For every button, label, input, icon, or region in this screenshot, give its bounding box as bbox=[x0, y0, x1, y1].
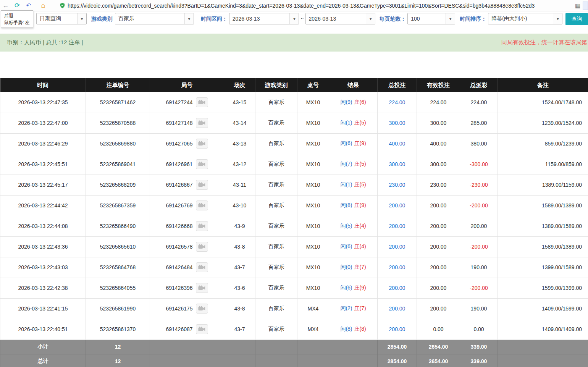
game-type-label: 游戏类别 bbox=[91, 13, 113, 24]
search-button[interactable]: 查询 bbox=[565, 13, 588, 25]
cell-total-bet[interactable]: 200.00 bbox=[378, 216, 417, 236]
table-row: 2026-03-13 22:42:38 523265864055 6914263… bbox=[0, 278, 588, 298]
url-text: https://videoie.com/game/betrecord_searc… bbox=[68, 3, 535, 9]
cell-bet-id: 523265864055 bbox=[86, 278, 150, 298]
table-row: 2026-03-13 22:44:42 523265867359 6914267… bbox=[0, 195, 588, 216]
cell-total-bet[interactable]: 200.00 bbox=[378, 195, 417, 216]
subtotal-payout: 339.00 bbox=[460, 340, 498, 354]
cell-result: 闲(0)庄(7) bbox=[329, 257, 378, 278]
video-replay-icon[interactable] bbox=[196, 304, 208, 314]
cell-round: 691426668 bbox=[150, 216, 224, 236]
cell-table-no: MX10 bbox=[297, 236, 329, 257]
cell-total-bet[interactable]: 200.00 bbox=[378, 236, 417, 257]
cell-total-bet[interactable]: 200.00 bbox=[378, 298, 417, 319]
video-replay-icon[interactable] bbox=[196, 159, 208, 169]
cell-result: 闲(1)庄(5) bbox=[329, 113, 378, 133]
video-replay-icon[interactable] bbox=[196, 139, 208, 149]
round-id-text: 691426668 bbox=[166, 223, 192, 229]
cell-round: 691426396 bbox=[150, 278, 224, 298]
cell-game-type: 百家乐 bbox=[255, 92, 297, 113]
sort-select[interactable]: 降幕(由大到小) ▼ bbox=[488, 13, 562, 24]
cell-total-bet[interactable]: 200.00 bbox=[378, 278, 417, 298]
cell-total-bet[interactable]: 300.00 bbox=[378, 154, 417, 175]
sort-label: 时间排序： bbox=[460, 13, 486, 24]
game-type-select[interactable]: 百家乐 ▼ bbox=[115, 13, 194, 24]
apps-grid-icon[interactable]: ▦ bbox=[573, 2, 583, 9]
date-query-select[interactable]: 日期查询 ▼ bbox=[36, 13, 87, 24]
video-replay-icon[interactable] bbox=[196, 324, 208, 334]
cell-game-type: 百家乐 bbox=[255, 257, 297, 278]
cell-time: 2026-03-13 22:41:15 bbox=[0, 298, 86, 319]
total-valid-bet: 2654.00 bbox=[417, 354, 460, 367]
cell-remark: 1524.00/1748.00 bbox=[498, 92, 588, 113]
video-replay-icon[interactable] bbox=[196, 200, 208, 210]
header-payout: 总派彩 bbox=[460, 78, 498, 92]
per-page-label: 每页笔数： bbox=[379, 13, 406, 24]
round-id-text: 691427065 bbox=[166, 141, 192, 147]
player-result: 闲(6) bbox=[340, 243, 352, 249]
cell-bet-id: 523265867359 bbox=[86, 195, 150, 216]
player-result: 闲(6) bbox=[340, 285, 352, 291]
table-row: 2026-03-13 22:45:17 523265868209 6914268… bbox=[0, 175, 588, 195]
video-replay-icon[interactable] bbox=[196, 118, 208, 128]
cell-remark: 859.00/1239.00 bbox=[498, 133, 588, 154]
banker-result: 庄(5) bbox=[354, 161, 366, 167]
cell-total-bet[interactable]: 200.00 bbox=[378, 257, 417, 278]
cell-payout: 200.00 bbox=[460, 216, 498, 236]
url-bar[interactable]: https://videoie.com/game/betrecord_searc… bbox=[60, 1, 569, 10]
home-icon[interactable]: ⌂ bbox=[37, 2, 49, 10]
cell-total-bet[interactable]: 224.00 bbox=[378, 92, 417, 113]
date-end-input[interactable]: 2026-03-13 ▼ bbox=[305, 13, 376, 24]
header-result: 结果 bbox=[329, 78, 378, 92]
cell-bet-id: 523265870588 bbox=[86, 113, 150, 133]
table-row: 2026-03-13 22:44:08 523265866490 6914266… bbox=[0, 216, 588, 236]
cell-total-bet[interactable]: 400.00 bbox=[378, 133, 417, 154]
cell-payout: 190.00 bbox=[460, 257, 498, 278]
header-round: 局号 bbox=[150, 78, 224, 92]
cell-table-no: MX10 bbox=[297, 278, 329, 298]
video-replay-icon[interactable] bbox=[196, 221, 208, 231]
cell-time: 2026-03-13 22:42:38 bbox=[0, 278, 86, 298]
cell-bet-id: 523265869880 bbox=[86, 133, 150, 154]
chevron-down-icon: ▼ bbox=[553, 13, 562, 24]
video-replay-icon[interactable] bbox=[196, 242, 208, 252]
video-replay-icon[interactable] bbox=[196, 180, 208, 190]
per-page-select[interactable]: 100 ▼ bbox=[407, 13, 455, 24]
cell-game-type: 百家乐 bbox=[255, 113, 297, 133]
cell-table-no: MX10 bbox=[297, 133, 329, 154]
cell-result: 闲(6)庄(9) bbox=[329, 278, 378, 298]
cell-table-no: MX10 bbox=[297, 92, 329, 113]
banker-result: 庄(7) bbox=[354, 264, 366, 270]
time-range-label: 时间区间： bbox=[201, 13, 228, 24]
chevron-down-icon: ▼ bbox=[446, 13, 455, 24]
banker-result: 庄(4) bbox=[354, 243, 366, 249]
subtotal-total-bet: 2854.00 bbox=[378, 340, 417, 354]
header-session: 场次 bbox=[224, 78, 255, 92]
cell-bet-id: 523265869041 bbox=[86, 154, 150, 175]
header-bet-id: 注单编号 bbox=[86, 78, 150, 92]
cell-session: 43-6 bbox=[224, 278, 255, 298]
video-replay-icon[interactable] bbox=[196, 97, 208, 107]
undo-icon[interactable]: ↶ bbox=[23, 2, 34, 9]
cell-total-bet[interactable]: 230.00 bbox=[378, 175, 417, 195]
cell-total-bet[interactable]: 200.00 bbox=[378, 319, 417, 340]
player-result: 闲(8) bbox=[340, 202, 352, 208]
subtotal-count: 12 bbox=[86, 340, 150, 354]
reload-icon[interactable]: ⟳ bbox=[11, 2, 23, 10]
cell-result: 闲(6)庄(4) bbox=[329, 236, 378, 257]
table-row: 2026-03-13 22:40:51 523265861370 6914260… bbox=[0, 319, 588, 340]
cell-table-no: MX10 bbox=[297, 175, 329, 195]
chevron-down-icon: ▼ bbox=[366, 13, 375, 24]
cell-bet-id: 523265861370 bbox=[86, 319, 150, 340]
date-start-input[interactable]: 2026-03-13 ▼ bbox=[229, 13, 299, 24]
video-replay-icon[interactable] bbox=[196, 262, 208, 272]
cell-total-bet[interactable]: 300.00 bbox=[378, 113, 417, 133]
range-tilde: ~ bbox=[299, 13, 305, 24]
player-result: 闲(2) bbox=[340, 305, 352, 311]
cell-remark: 1589.00/1389.00 bbox=[498, 236, 588, 257]
browser-toolbar: ← ⟳ ↶ ⌂ https://videoie.com/game/betreco… bbox=[0, 0, 588, 11]
banker-result: 庄(5) bbox=[354, 120, 366, 126]
back-icon[interactable]: ← bbox=[0, 2, 11, 10]
video-replay-icon[interactable] bbox=[196, 283, 208, 293]
cell-payout: -230.00 bbox=[460, 175, 498, 195]
